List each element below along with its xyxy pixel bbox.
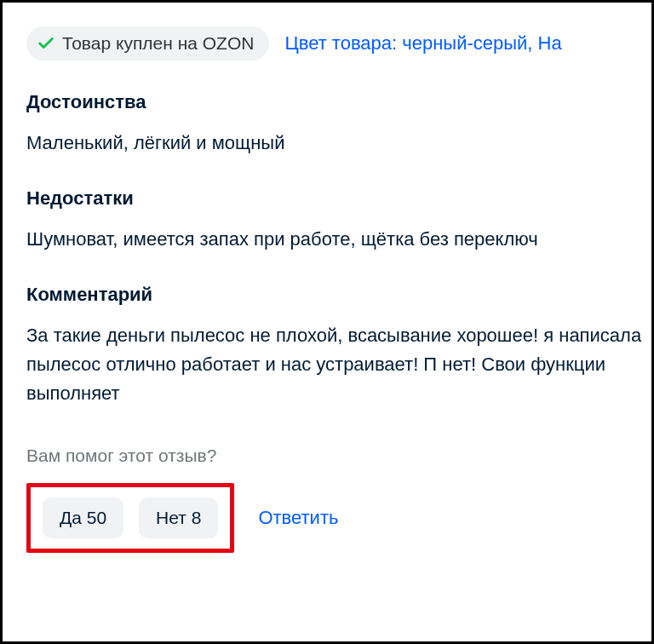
vote-yes-button[interactable]: Да 50 bbox=[43, 497, 123, 538]
vote-no-label: Нет bbox=[156, 508, 186, 527]
vote-no-button[interactable]: Нет 8 bbox=[139, 497, 218, 538]
purchased-badge-label: Товар куплен на OZON bbox=[62, 33, 254, 54]
review-card: Товар куплен на OZON Цвет товара: черный… bbox=[3, 3, 651, 577]
comment-title: Комментарий bbox=[26, 284, 651, 306]
checkmark-icon bbox=[37, 34, 55, 53]
vote-no-count: 8 bbox=[192, 508, 202, 527]
vote-buttons-highlight: Да 50 Нет 8 bbox=[26, 483, 234, 553]
purchased-badge: Товар куплен на OZON bbox=[26, 26, 269, 60]
reply-link[interactable]: Ответить bbox=[258, 507, 338, 529]
vote-yes-label: Да bbox=[60, 508, 82, 527]
vote-yes-count: 50 bbox=[87, 508, 106, 527]
comment-text: За такие деньги пылесос не плохой, всасы… bbox=[26, 321, 651, 408]
cons-title: Недостатки bbox=[26, 187, 651, 210]
pros-text: Маленький, лёгкий и мощный bbox=[26, 129, 651, 157]
review-header-row: Товар куплен на OZON Цвет товара: черный… bbox=[26, 26, 651, 60]
review-actions: Да 50 Нет 8 Ответить bbox=[26, 483, 338, 553]
cons-text: Шумноват, имеется запах при работе, щётк… bbox=[26, 225, 651, 253]
helpful-prompt: Вам помог этот отзыв? bbox=[26, 446, 651, 466]
pros-title: Достоинства bbox=[26, 91, 651, 113]
product-variant-link[interactable]: Цвет товара: черный-серый, На bbox=[284, 32, 561, 55]
